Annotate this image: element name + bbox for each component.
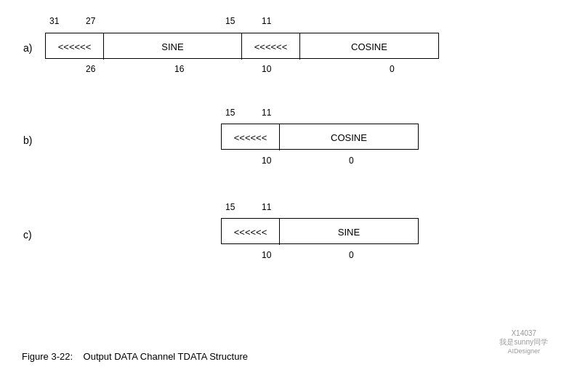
row-b-register: <<<<<< COSINE (221, 124, 419, 150)
row-a-cell-4: COSINE (300, 33, 438, 60)
row-b-label: b) (23, 134, 32, 146)
bit-label-a-10: 10 (262, 64, 271, 74)
bit-label-b-11: 11 (262, 108, 271, 118)
figure-caption: Figure 3-22: Output DATA Channel TDATA S… (22, 351, 248, 362)
row-a-cell-1: <<<<<< (46, 33, 104, 60)
row-c-register: <<<<<< SINE (221, 218, 419, 244)
bit-label-a-26: 26 (86, 64, 95, 74)
bit-label-a-27: 27 (86, 16, 95, 26)
bit-label-c-0: 0 (349, 250, 354, 260)
figure-title: Output DATA Channel TDATA Structure (84, 351, 248, 362)
figure-label: Figure 3-22: (22, 351, 73, 362)
bit-label-a-11: 11 (262, 16, 271, 26)
row-a-label: a) (23, 42, 32, 54)
row-b-cell-1: <<<<<< (222, 124, 280, 150)
row-a-register: <<<<<< SINE <<<<<< COSINE (45, 33, 439, 59)
bit-label-a-15: 15 (225, 16, 235, 26)
bit-label-a-0: 0 (390, 64, 395, 74)
bit-label-c-11: 11 (262, 202, 271, 212)
bit-label-b-10: 10 (262, 156, 271, 166)
bit-label-c-15: 15 (225, 202, 235, 212)
row-c-cell-2: SINE (280, 219, 418, 245)
row-b-cell-2: COSINE (280, 124, 418, 150)
row-a-cell-3: <<<<<< (242, 33, 300, 60)
bit-label-c-10: 10 (262, 250, 271, 260)
row-c-cell-1: <<<<<< (222, 219, 280, 245)
bit-label-b-15: 15 (225, 108, 235, 118)
bit-label-a-31: 31 (49, 16, 59, 26)
page-container: 31 27 15 11 a) <<<<<< SINE <<<<<< COSINE… (0, 0, 588, 375)
row-a-cell-2: SINE (104, 33, 242, 60)
bit-label-a-16: 16 (174, 64, 184, 74)
watermark: X14037 我是sunny同学 AIDesigner (499, 329, 548, 355)
row-c-label: c) (23, 229, 32, 241)
bit-label-b-0: 0 (349, 156, 354, 166)
